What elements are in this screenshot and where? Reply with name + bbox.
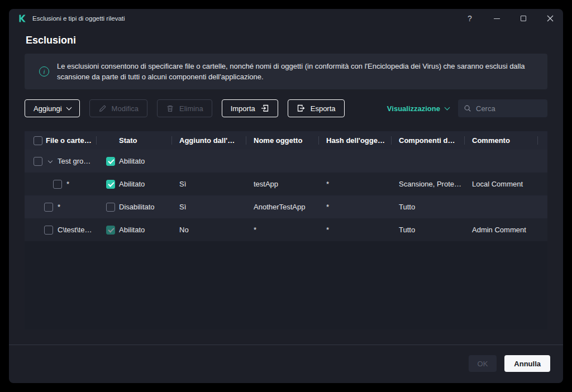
chevron-down-icon	[47, 158, 52, 162]
trash-icon	[166, 104, 174, 113]
view-dropdown[interactable]: Visualizzazione	[387, 104, 449, 113]
column-header-end	[537, 131, 547, 150]
exclusions-table: File o carte… Stato Aggiunto dall'… Nome…	[25, 131, 547, 329]
table-header: File o carte… Stato Aggiunto dall'… Nome…	[25, 131, 547, 150]
row-select-checkbox[interactable]	[53, 180, 62, 189]
delete-button-label: Elimina	[179, 104, 203, 113]
cell-hash: *	[318, 195, 391, 218]
minimize-button[interactable]	[490, 12, 503, 25]
cell-status: Abilitato	[96, 150, 171, 173]
table-row[interactable]: * Disabilitato Sì AnotherTestApp * Tutto	[25, 195, 547, 218]
page-title: Esclusioni	[26, 35, 563, 46]
cell-comment: Admin Comment	[464, 218, 537, 241]
help-button[interactable]: ?	[464, 12, 476, 25]
add-button[interactable]: Aggiungi	[25, 99, 80, 117]
cell-object: testApp	[246, 173, 318, 195]
column-header-components: Componenti d…	[391, 131, 464, 150]
cell-hash: *	[318, 218, 391, 241]
cell-components: Tutto	[391, 218, 464, 241]
cell-file: C\test\te…	[25, 218, 96, 241]
cell-components: Tutto	[391, 195, 464, 218]
status-label: Abilitato	[119, 180, 145, 188]
import-button-label: Importa	[231, 104, 255, 113]
cell-status: Abilitato	[96, 218, 171, 241]
close-button[interactable]	[544, 12, 556, 25]
column-header-status: Stato	[96, 131, 171, 150]
collapse-group-icon[interactable]	[47, 160, 53, 162]
pencil-icon	[98, 104, 107, 113]
table-row[interactable]: C\test\te… Abilitato No * * Tutto Admin …	[25, 218, 547, 241]
minimize-icon	[494, 18, 500, 19]
column-header-hash: Hash dell'ogge…	[318, 131, 391, 150]
cell-object: *	[246, 218, 318, 241]
column-header-added: Aggiunto dall'…	[171, 131, 246, 150]
chevron-down-icon	[445, 104, 450, 110]
status-checkbox[interactable]	[106, 226, 115, 235]
window-title: Esclusioni e tipi di oggetti rilevati	[32, 15, 125, 22]
app-window: Esclusioni e tipi di oggetti rilevati ? …	[9, 9, 563, 383]
ok-button[interactable]: OK	[469, 355, 497, 372]
view-dropdown-label: Visualizzazione	[387, 104, 440, 113]
select-all-checkbox[interactable]	[34, 136, 42, 145]
column-header-object: Nome oggetto	[246, 131, 318, 150]
chevron-down-icon	[66, 104, 72, 110]
info-icon: i	[39, 66, 49, 77]
add-button-label: Aggiungi	[34, 104, 62, 113]
file-value: *	[66, 180, 69, 188]
edit-button-label: Modifica	[112, 104, 139, 113]
status-checkbox[interactable]	[106, 180, 115, 189]
kaspersky-logo-icon	[18, 14, 27, 23]
status-label: Abilitato	[119, 157, 145, 165]
column-header-file: File o carte…	[25, 131, 96, 150]
maximize-button[interactable]	[517, 12, 530, 25]
cell-file: *	[25, 195, 96, 218]
file-value: *	[58, 203, 60, 211]
cell-added: Sì	[171, 195, 246, 218]
status-checkbox[interactable]	[106, 203, 115, 212]
group-row[interactable]: Test gro… Abilitato	[25, 150, 547, 173]
cell-status: Disabilitato	[96, 195, 171, 218]
toolbar: Aggiungi Modifica Elimina Importa Esport…	[25, 99, 547, 117]
cell-status: Abilitato	[96, 173, 171, 195]
delete-button[interactable]: Elimina	[157, 99, 212, 117]
cell-comment: Local Comment	[464, 173, 537, 195]
file-value: C\test\te…	[58, 226, 92, 234]
export-icon	[297, 104, 306, 113]
edit-button[interactable]: Modifica	[89, 99, 147, 117]
table-row[interactable]: * Abilitato Sì testApp * Scansione, Prot…	[25, 173, 547, 195]
group-name: Test gro…	[58, 157, 90, 165]
search-icon	[464, 104, 471, 112]
cell-file: *	[25, 173, 96, 195]
export-button-label: Esporta	[311, 104, 336, 113]
title-bar: Esclusioni e tipi di oggetti rilevati ?	[9, 9, 563, 28]
cancel-button[interactable]: Annulla	[504, 355, 550, 372]
search-box	[458, 99, 547, 117]
close-icon	[547, 15, 554, 22]
cell-comment	[464, 195, 537, 218]
cell-added: Sì	[171, 173, 246, 195]
column-label-file: File o carte…	[46, 136, 92, 145]
maximize-icon	[521, 16, 526, 21]
cell-components: Scansione, Prote…	[391, 173, 464, 195]
toolbar-right: Visualizzazione	[387, 99, 547, 117]
table-empty-area	[25, 241, 547, 329]
search-input[interactable]	[476, 104, 542, 113]
import-button[interactable]: Importa	[222, 99, 278, 117]
cell-file: Test gro…	[25, 150, 96, 173]
export-button[interactable]: Esporta	[288, 99, 345, 117]
footer: OK Annulla	[9, 345, 563, 372]
import-icon	[260, 104, 269, 113]
info-banner: i Le esclusioni consentono di specificar…	[25, 54, 547, 89]
cell-added: No	[171, 218, 246, 241]
cell-object: AnotherTestApp	[246, 195, 318, 218]
column-header-comment: Commento	[464, 131, 537, 150]
row-select-checkbox[interactable]	[34, 157, 42, 166]
status-label: Abilitato	[119, 226, 145, 234]
row-select-checkbox[interactable]	[44, 203, 53, 212]
cell-hash: *	[318, 173, 391, 195]
window-controls: ?	[464, 12, 556, 25]
row-select-checkbox[interactable]	[44, 226, 53, 235]
status-label: Disabilitato	[119, 203, 155, 211]
banner-text: Le esclusioni consentono di specificare …	[57, 61, 525, 82]
status-checkbox[interactable]	[106, 157, 115, 166]
